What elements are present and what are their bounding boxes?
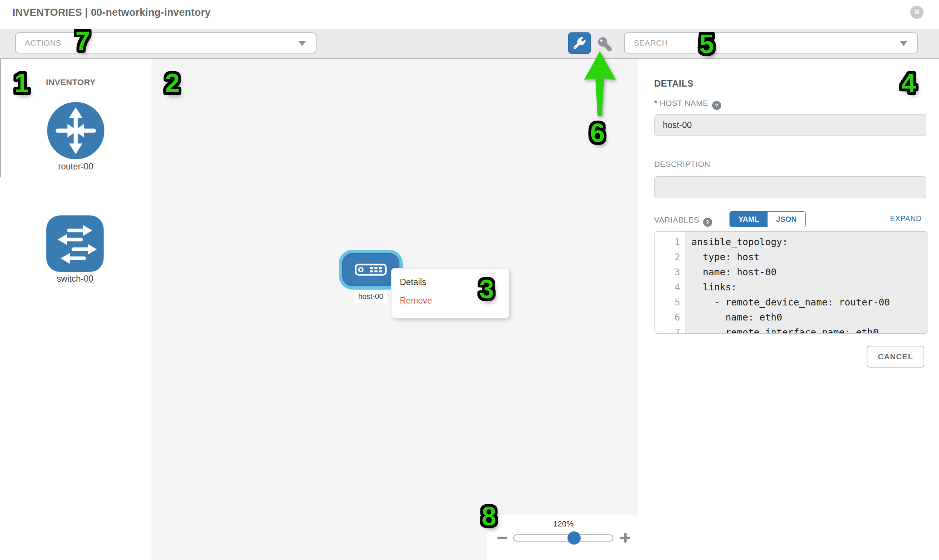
host-icon — [355, 264, 387, 276]
line-number: 1 — [655, 235, 685, 250]
annotation-3: 3 — [479, 276, 494, 302]
cancel-button[interactable]: CANCEL — [867, 346, 924, 368]
help-icon[interactable]: ? — [712, 101, 721, 110]
editor-line: 5 - remote_device_name: router-00 — [655, 295, 928, 310]
line-text: - remote_device_name: router-00 — [685, 295, 890, 310]
actions-dropdown[interactable]: ACTIONS — [15, 32, 316, 54]
annotation-1: 1 — [14, 70, 29, 96]
router-icon — [47, 102, 104, 159]
description-field[interactable] — [654, 176, 926, 198]
annotation-6: 6 — [590, 120, 605, 146]
editor-line: 2 type: host — [655, 250, 928, 265]
editor-line: 4 links: — [655, 280, 928, 295]
chevron-down-icon — [298, 41, 306, 46]
help-icon[interactable]: ? — [703, 218, 712, 227]
line-number: 6 — [655, 310, 685, 325]
line-number: 4 — [655, 280, 685, 295]
host-name-field[interactable]: host-00 — [654, 114, 926, 136]
toggle-yaml[interactable]: YAML — [730, 212, 768, 227]
toggle-json[interactable]: JSON — [768, 212, 805, 227]
line-number: 3 — [655, 265, 685, 280]
details-panel-title: DETAILS — [654, 78, 693, 89]
editor-line: 1ansible_topology: — [655, 235, 928, 250]
editor-line: 3 name: host-00 — [655, 265, 928, 280]
zoom-out-icon[interactable] — [497, 537, 507, 539]
description-label: DESCRIPTION — [654, 160, 710, 169]
close-icon[interactable]: × — [910, 6, 924, 19]
zoom-slider-track[interactable] — [513, 534, 614, 542]
editor-line: 7 remote_interface_name: eth0 — [655, 325, 928, 334]
editor-line: 6 name: eth0 — [655, 310, 928, 325]
annotation-arrow-up — [580, 49, 620, 118]
chevron-down-icon — [900, 41, 907, 46]
variables-format-toggle: YAML JSON — [729, 211, 806, 227]
canvas-node-label: host-00 — [355, 290, 387, 303]
line-text: links: — [685, 280, 737, 295]
line-number: 5 — [655, 295, 685, 310]
sidebar-title: INVENTORY — [46, 78, 96, 88]
variables-editor[interactable]: 1ansible_topology: 2 type: host 3 name: … — [654, 231, 928, 334]
switch-icon — [46, 215, 103, 272]
search-dropdown-placeholder: SEARCH — [634, 33, 668, 53]
sidebar-scrollbar[interactable] — [0, 59, 1, 177]
search-dropdown[interactable]: SEARCH — [624, 32, 918, 54]
zoom-slider-handle[interactable] — [567, 531, 581, 545]
toolbar: ACTIONS SEARCH — [0, 29, 939, 59]
line-text: type: host — [685, 250, 760, 265]
annotation-4: 4 — [901, 70, 916, 96]
line-number: 2 — [655, 250, 685, 265]
host-name-label: *HOST NAME? — [654, 98, 721, 110]
required-asterisk: * — [654, 98, 657, 107]
editor-content: 1ansible_topology: 2 type: host 3 name: … — [655, 235, 928, 334]
zoom-level-value: 120% — [513, 519, 614, 528]
sidebar-item-switch-00[interactable] — [46, 215, 103, 272]
annotation-7: 7 — [76, 28, 90, 54]
line-number: 7 — [655, 325, 685, 334]
expand-link[interactable]: EXPAND — [890, 214, 922, 223]
annotation-8: 8 — [481, 503, 496, 529]
line-text: remote_interface_name: eth0 — [685, 325, 879, 334]
annotation-2: 2 — [165, 70, 180, 96]
line-text: name: host-00 — [685, 265, 777, 280]
inventory-topology-screen: INVENTORIES | 00-networking-inventory × … — [0, 0, 939, 560]
variables-label: VARIABLES? — [654, 215, 712, 227]
annotation-5: 5 — [699, 31, 714, 57]
sidebar-item-router-00[interactable] — [47, 102, 104, 159]
actions-dropdown-placeholder: ACTIONS — [25, 33, 62, 53]
wrench-icon — [574, 37, 586, 49]
line-text: name: eth0 — [685, 310, 782, 325]
sidebar-item-label: router-00 — [47, 162, 104, 172]
host-name-label-text: HOST NAME — [660, 98, 708, 107]
zoom-in-icon[interactable] — [624, 533, 627, 543]
variables-label-text: VARIABLES — [654, 215, 699, 224]
line-text: ansible_topology: — [685, 235, 788, 250]
sidebar-item-label: switch-00 — [46, 274, 103, 284]
page-title: INVENTORIES | 00-networking-inventory — [12, 7, 211, 18]
